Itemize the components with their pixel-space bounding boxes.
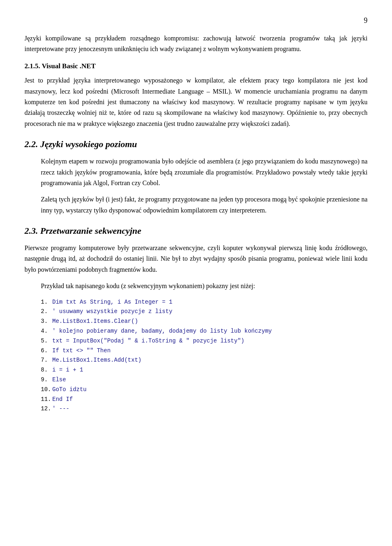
code-line: 4.' kolejno pobieramy dane, badamy, doda…: [41, 327, 368, 336]
example-intro: Przykład tak napisanego kodu (z sekwency…: [41, 281, 368, 291]
line-number: 7.: [41, 356, 52, 365]
line-number: 6.: [41, 346, 52, 356]
line-text: Dim txt As String, i As Integer = 1: [52, 298, 172, 307]
line-number: 3.: [41, 317, 52, 327]
line-number: 10.: [41, 385, 52, 395]
code-line: 9.Else: [41, 375, 368, 385]
line-number: 9.: [41, 375, 52, 385]
code-line: 10. GoTo idztu: [41, 385, 368, 395]
line-text: Me.ListBox1.Items.Add(txt): [52, 356, 141, 365]
intro-paragraph: Języki kompilowane są przykładem rozsądn…: [24, 33, 368, 54]
line-text: End If: [52, 395, 73, 405]
line-text: Else: [52, 375, 66, 385]
line-text: ' usuwamy wszystkie pozycje z listy: [52, 307, 172, 317]
line-number: 8.: [41, 365, 52, 375]
line-number: 1.: [41, 298, 52, 307]
section-2-1-5-heading: 2.1.5. Visual Basic .NET: [24, 62, 368, 70]
line-text: If txt <> "" Then: [52, 346, 111, 356]
page-number: 9: [24, 16, 368, 25]
line-text: ' ---: [52, 404, 69, 414]
line-number: 11.: [41, 395, 52, 405]
code-line: 1.Dim txt As String, i As Integer = 1: [41, 298, 368, 307]
line-number: 4.: [41, 327, 52, 336]
code-block: 1.Dim txt As String, i As Integer = 12.'…: [41, 298, 368, 414]
line-text: ' kolejno pobieramy dane, badamy, dodaje…: [52, 327, 272, 336]
line-text: GoTo idztu: [52, 385, 87, 395]
code-line: 3.Me.ListBox1.Items.Clear(): [41, 317, 368, 327]
section-2-2-p2: Zaletą tych języków był (i jest) fakt, ż…: [41, 194, 368, 216]
section-2-3-heading: 2.3. Przetwarzanie sekwencyjne: [24, 226, 368, 236]
line-text: i = i + 1: [52, 365, 83, 375]
code-line: 8. i = i + 1: [41, 365, 368, 375]
code-line: 5.txt = InputBox("Podaj " & i.ToString &…: [41, 336, 368, 346]
code-line: 11.End If: [41, 395, 368, 405]
line-number: 2.: [41, 307, 52, 317]
line-number: 12.: [41, 404, 52, 414]
line-text: txt = InputBox("Podaj " & i.ToString & "…: [52, 336, 244, 346]
section-2-3-p1: Pierwsze programy komputerowe były przet…: [24, 243, 368, 275]
section-2-1-5-p1: Jest to przykład języka interpretowanego…: [24, 75, 368, 129]
code-line: 6.If txt <> "" Then: [41, 346, 368, 356]
code-line: 12.' ---: [41, 404, 368, 414]
line-number: 5.: [41, 336, 52, 346]
code-line: 2.' usuwamy wszystkie pozycje z listy: [41, 307, 368, 317]
code-line: 7. Me.ListBox1.Items.Add(txt): [41, 356, 368, 365]
section-2-2-heading: 2.2. Języki wysokiego poziomu: [24, 139, 368, 150]
line-text: Me.ListBox1.Items.Clear(): [52, 317, 138, 327]
section-2-2-p1: Kolejnym etapem w rozwoju programowania …: [41, 156, 368, 188]
